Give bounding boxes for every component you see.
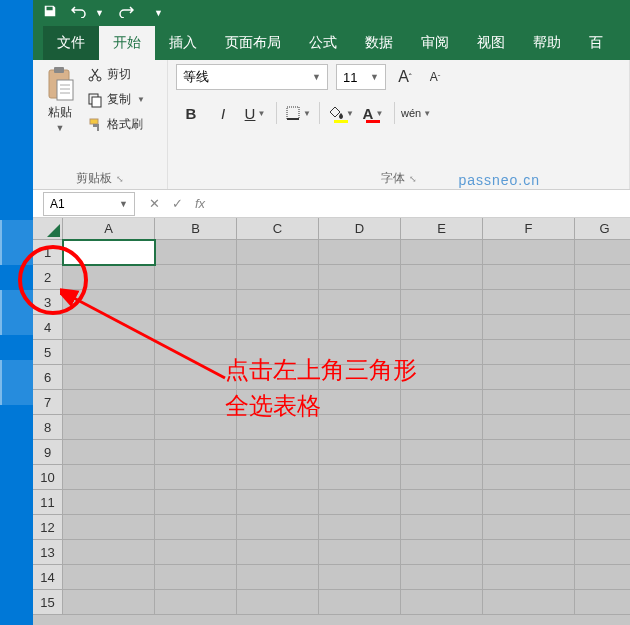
- cell[interactable]: [63, 415, 155, 440]
- cell[interactable]: [575, 540, 630, 565]
- cell[interactable]: [63, 340, 155, 365]
- cell[interactable]: [237, 265, 319, 290]
- cell[interactable]: [63, 565, 155, 590]
- bold-button[interactable]: B: [176, 100, 206, 126]
- cell[interactable]: [401, 315, 483, 340]
- cell[interactable]: [483, 565, 575, 590]
- cell[interactable]: [319, 415, 401, 440]
- undo-icon[interactable]: [71, 4, 87, 22]
- font-name-select[interactable]: 等线 ▼: [176, 64, 328, 90]
- cell[interactable]: [237, 540, 319, 565]
- italic-button[interactable]: I: [208, 100, 238, 126]
- column-header[interactable]: B: [155, 218, 237, 240]
- cell[interactable]: [575, 490, 630, 515]
- cell[interactable]: [483, 340, 575, 365]
- confirm-icon[interactable]: ✓: [172, 196, 183, 211]
- cell[interactable]: [63, 390, 155, 415]
- cell[interactable]: [237, 465, 319, 490]
- row-header[interactable]: 1: [33, 240, 63, 265]
- cell[interactable]: [237, 515, 319, 540]
- font-launcher-icon[interactable]: ⤡: [409, 174, 417, 184]
- cell[interactable]: [483, 365, 575, 390]
- cell[interactable]: [63, 490, 155, 515]
- cell[interactable]: [319, 490, 401, 515]
- cell[interactable]: [237, 390, 319, 415]
- copy-button[interactable]: 复制 ▼: [85, 89, 147, 110]
- cell[interactable]: [237, 415, 319, 440]
- redo-icon[interactable]: [118, 4, 134, 22]
- decrease-font-button[interactable]: Aˇ: [424, 66, 446, 88]
- cut-button[interactable]: 剪切: [85, 64, 147, 85]
- cell[interactable]: [401, 340, 483, 365]
- cell[interactable]: [63, 540, 155, 565]
- row-header[interactable]: 4: [33, 315, 63, 340]
- paste-dropdown-icon[interactable]: ▼: [56, 123, 65, 133]
- cell[interactable]: [483, 540, 575, 565]
- cell[interactable]: [483, 440, 575, 465]
- column-header[interactable]: D: [319, 218, 401, 240]
- fx-button[interactable]: fx: [195, 196, 205, 211]
- tab-help[interactable]: 帮助: [519, 26, 575, 60]
- cell[interactable]: [319, 565, 401, 590]
- cancel-icon[interactable]: ✕: [149, 196, 160, 211]
- cell[interactable]: [401, 590, 483, 615]
- cell[interactable]: [319, 390, 401, 415]
- cell[interactable]: [575, 240, 630, 265]
- cell[interactable]: [155, 265, 237, 290]
- cell[interactable]: [63, 440, 155, 465]
- column-header[interactable]: A: [63, 218, 155, 240]
- taskbar-app-1[interactable]: [0, 220, 33, 265]
- copy-dropdown-icon[interactable]: ▼: [137, 95, 145, 104]
- cell[interactable]: [483, 415, 575, 440]
- name-box[interactable]: A1 ▼: [43, 192, 135, 216]
- column-header[interactable]: C: [237, 218, 319, 240]
- cell[interactable]: [63, 465, 155, 490]
- cell[interactable]: [319, 290, 401, 315]
- border-button[interactable]: ▼: [283, 100, 313, 126]
- cell[interactable]: [575, 315, 630, 340]
- cell[interactable]: [401, 540, 483, 565]
- cell[interactable]: [575, 365, 630, 390]
- row-header[interactable]: 10: [33, 465, 63, 490]
- cell[interactable]: [155, 440, 237, 465]
- cell[interactable]: [155, 490, 237, 515]
- cell[interactable]: [237, 565, 319, 590]
- tab-baidu[interactable]: 百: [575, 26, 617, 60]
- cell[interactable]: [483, 590, 575, 615]
- cell[interactable]: [155, 315, 237, 340]
- cell[interactable]: [483, 390, 575, 415]
- spreadsheet-grid[interactable]: ABCDEFG 123456789101112131415: [33, 218, 630, 625]
- cell[interactable]: [319, 365, 401, 390]
- cell[interactable]: [401, 290, 483, 315]
- tab-home[interactable]: 开始: [99, 26, 155, 60]
- cell[interactable]: [483, 465, 575, 490]
- cell[interactable]: [575, 390, 630, 415]
- tab-data[interactable]: 数据: [351, 26, 407, 60]
- cell[interactable]: [575, 340, 630, 365]
- qat-customize-icon[interactable]: ▼: [154, 8, 163, 18]
- cell[interactable]: [401, 565, 483, 590]
- cell[interactable]: [401, 265, 483, 290]
- taskbar-app-2[interactable]: [0, 290, 33, 335]
- cell[interactable]: [401, 440, 483, 465]
- row-header[interactable]: 8: [33, 415, 63, 440]
- taskbar-app-3[interactable]: [0, 360, 33, 405]
- select-all-button[interactable]: [33, 218, 63, 240]
- tab-formula[interactable]: 公式: [295, 26, 351, 60]
- cell[interactable]: [237, 590, 319, 615]
- cell[interactable]: [401, 240, 483, 265]
- cell[interactable]: [319, 315, 401, 340]
- cell[interactable]: [575, 465, 630, 490]
- cell[interactable]: [63, 515, 155, 540]
- row-header[interactable]: 2: [33, 265, 63, 290]
- column-header[interactable]: E: [401, 218, 483, 240]
- cell[interactable]: [575, 565, 630, 590]
- row-header[interactable]: 9: [33, 440, 63, 465]
- cell[interactable]: [483, 490, 575, 515]
- cell[interactable]: [483, 290, 575, 315]
- font-color-button[interactable]: A ▼: [358, 100, 388, 126]
- cell[interactable]: [575, 590, 630, 615]
- cell[interactable]: [575, 415, 630, 440]
- cell[interactable]: [237, 490, 319, 515]
- cell[interactable]: [319, 515, 401, 540]
